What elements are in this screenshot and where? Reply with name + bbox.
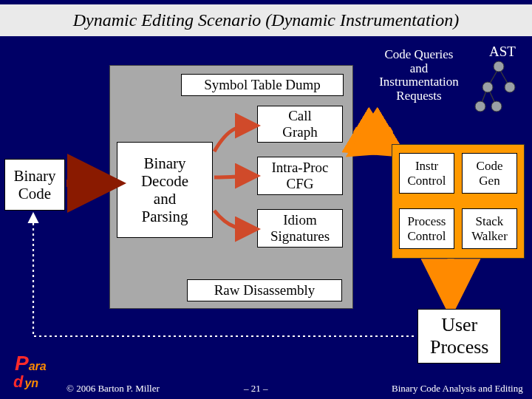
code-queries-label: Code Queries and Instrumentation Request…	[367, 48, 471, 103]
binary-code-box: Binary Code	[4, 159, 65, 211]
call-graph-box: Call Graph	[257, 106, 343, 143]
svg-point-6	[505, 82, 515, 92]
footer-series: Binary Code Analysis and Editing	[392, 383, 523, 395]
footer-copyright: © 2006 Barton P. Miller	[66, 383, 160, 395]
slide-title: Dynamic Editing Scenario (Dynamic Instru…	[0, 4, 532, 36]
svg-line-1	[499, 68, 510, 87]
svg-line-2	[480, 87, 488, 106]
process-control-box: Process Control	[399, 208, 454, 249]
code-gen-box: Code Gen	[462, 153, 517, 194]
ast-label: AST	[484, 44, 521, 60]
paradyn-logo: Para dyn	[15, 352, 47, 395]
ast-tree-icon	[475, 61, 515, 112]
svg-point-7	[475, 101, 485, 112]
idiom-signatures-box: Idiom Signatures	[257, 209, 343, 248]
user-process-box: User Process	[417, 309, 501, 364]
instr-control-box: Instr Control	[399, 153, 454, 194]
svg-line-3	[488, 87, 497, 106]
footer-page: – 21 –	[244, 383, 268, 395]
svg-line-0	[488, 68, 499, 87]
intra-proc-cfg-box: Intra-Proc CFG	[257, 157, 343, 195]
svg-point-8	[491, 101, 502, 112]
svg-point-4	[494, 61, 504, 72]
stack-walker-box: Stack Walker	[462, 208, 517, 249]
binary-decode-box: Binary Decode and Parsing	[117, 142, 213, 238]
symbol-table-dump-box: Symbol Table Dump	[181, 74, 344, 96]
raw-disassembly-box: Raw Disassembly	[187, 279, 342, 301]
svg-point-5	[482, 82, 493, 92]
